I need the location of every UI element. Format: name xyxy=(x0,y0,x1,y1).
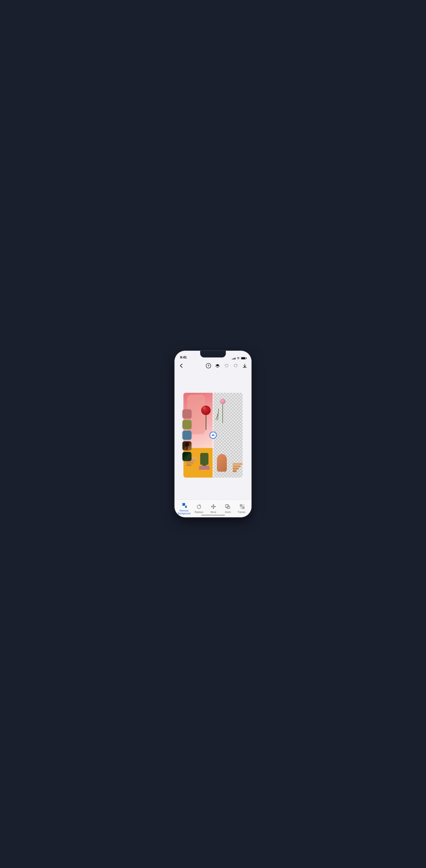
split-slider-handle[interactable] xyxy=(209,432,217,439)
arrow-right-icon xyxy=(213,434,215,436)
replace-icon xyxy=(196,504,202,509)
stairs-right xyxy=(233,463,242,472)
transparency-icon xyxy=(239,504,245,509)
color-swatches-panel xyxy=(183,409,192,461)
toolbar-right: ? xyxy=(206,363,248,369)
arrow-left-icon xyxy=(211,434,213,436)
swatch-olive[interactable] xyxy=(183,420,192,429)
signal-bar-3 xyxy=(234,358,234,360)
vase-orange xyxy=(217,454,227,472)
tool-move[interactable]: Move xyxy=(207,504,219,514)
battery-fill xyxy=(241,358,245,359)
swatch-rose[interactable] xyxy=(183,409,192,418)
svg-rect-3 xyxy=(240,504,242,506)
wifi-icon xyxy=(237,357,240,360)
canvas-area xyxy=(174,371,252,499)
svg-rect-6 xyxy=(240,506,242,509)
tool-remove-background[interactable]: RemoveBackground xyxy=(178,502,191,515)
battery-icon xyxy=(241,357,246,360)
flower-red xyxy=(201,406,210,430)
redo-button[interactable] xyxy=(233,363,238,369)
main-toolbar: ? xyxy=(174,361,252,371)
flower-pink xyxy=(220,399,225,423)
branches xyxy=(218,408,218,421)
tool-replace[interactable]: Replace xyxy=(193,504,205,514)
undo-button[interactable] xyxy=(224,363,229,369)
svg-rect-5 xyxy=(242,504,244,506)
split-divider xyxy=(213,393,214,477)
swatch-teal[interactable] xyxy=(183,431,192,440)
image-right-panel xyxy=(213,393,242,477)
phone-screen: 9:41 xyxy=(174,351,252,517)
move-icon xyxy=(210,504,216,509)
help-icon: ? xyxy=(206,363,211,368)
layers-button[interactable] xyxy=(215,363,220,369)
slider-arrows xyxy=(211,434,215,436)
zoom-icon xyxy=(225,504,231,509)
zoom-label: Zoom xyxy=(225,511,231,514)
image-container xyxy=(184,393,242,477)
tool-transparency[interactable]: Transp... xyxy=(236,504,248,514)
signal-bar-2 xyxy=(233,359,233,360)
remove-bg-label: RemoveBackground xyxy=(178,509,191,515)
status-time: 9:41 xyxy=(180,355,187,360)
signal-bar-1 xyxy=(232,359,232,360)
home-indicator[interactable] xyxy=(201,515,225,516)
toolbar-left xyxy=(178,363,184,369)
replace-label: Replace xyxy=(195,511,203,514)
swatch-nature1[interactable] xyxy=(183,441,192,451)
download-button[interactable] xyxy=(242,363,248,369)
signal-bar-4 xyxy=(235,358,235,360)
tool-zoom[interactable]: Zoom xyxy=(222,504,234,514)
move-label: Move xyxy=(210,511,216,514)
transparency-label: Transp... xyxy=(238,511,247,514)
phone-frame: 9:41 xyxy=(174,351,252,517)
vase-green xyxy=(200,450,208,467)
status-icons xyxy=(232,357,246,360)
help-button[interactable]: ? xyxy=(206,363,211,369)
back-button[interactable] xyxy=(178,363,184,369)
remove-bg-icon xyxy=(181,502,187,508)
notch xyxy=(200,351,226,358)
signal-icon xyxy=(232,357,235,360)
svg-rect-4 xyxy=(242,506,244,509)
swatch-nature2[interactable] xyxy=(183,452,192,461)
